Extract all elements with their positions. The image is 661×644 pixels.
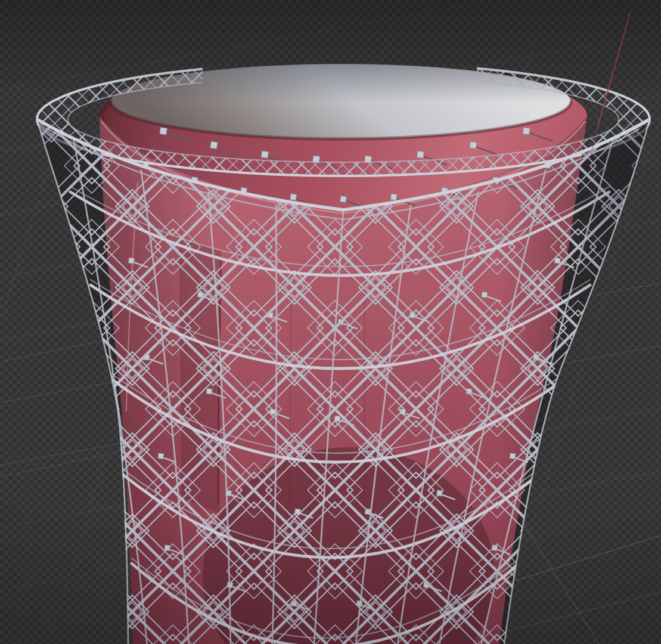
- grid-line-accent: [511, 504, 599, 644]
- stub-plate: [210, 141, 218, 148]
- viewport-canvas: [0, 0, 661, 644]
- stub-plate: [417, 151, 424, 158]
- render-viewport: { "window": { "width": 1109, "height": 1…: [0, 0, 661, 644]
- stub-plate: [290, 194, 296, 200]
- stub-plate: [340, 196, 346, 202]
- stub-plate: [523, 128, 530, 135]
- stub-plate: [390, 194, 397, 200]
- stub-plate: [160, 128, 167, 135]
- stub-plate: [470, 141, 477, 148]
- stub-plate: [261, 151, 268, 158]
